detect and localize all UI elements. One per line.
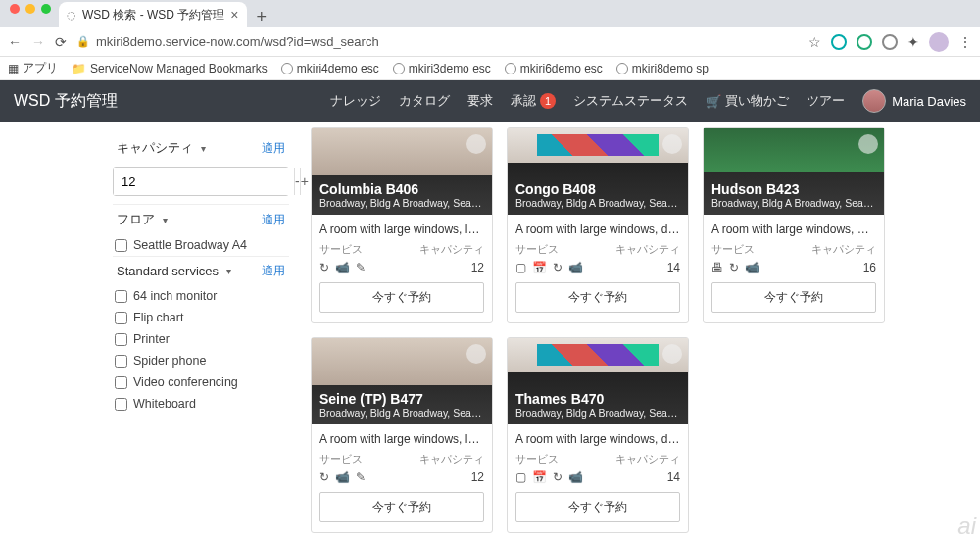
service-option-label: Video conferencing bbox=[133, 375, 238, 389]
service-option[interactable]: 64 inch monitor bbox=[113, 285, 289, 307]
capacity-input[interactable] bbox=[114, 168, 294, 195]
service-label: サービス bbox=[515, 242, 559, 257]
service-icons: ↻📹✎ bbox=[319, 261, 366, 274]
service-checkbox[interactable] bbox=[115, 290, 127, 303]
nav-approval[interactable]: 承認1 bbox=[511, 92, 556, 110]
service-option-label: Printer bbox=[133, 332, 170, 346]
reserve-button[interactable]: 今すぐ予約 bbox=[319, 492, 484, 522]
app-title: WSD 予約管理 bbox=[14, 91, 118, 112]
room-image: Seine (TP) B477 Broadway, Bldg A Broadwa… bbox=[312, 338, 492, 424]
bookmark-label: mkiri8demo sp bbox=[632, 62, 709, 75]
bookmark-item[interactable]: mkiri3demo esc bbox=[393, 62, 491, 75]
service-icon: ↻ bbox=[729, 261, 739, 274]
extension-icon[interactable] bbox=[882, 34, 898, 50]
room-description: A room with large windows, white lea... bbox=[704, 215, 884, 240]
service-checkbox[interactable] bbox=[115, 376, 127, 389]
reload-button[interactable]: ⟳ bbox=[55, 34, 67, 50]
reserve-button[interactable]: 今すぐ予約 bbox=[711, 282, 876, 313]
service-checkbox[interactable] bbox=[115, 312, 127, 324]
floor-option[interactable]: Seattle Broadway A4 bbox=[113, 234, 289, 256]
service-option[interactable]: Whiteboard bbox=[113, 393, 289, 415]
capacity-apply[interactable]: 適用 bbox=[262, 140, 285, 157]
extensions-puzzle-icon[interactable]: ✦ bbox=[907, 34, 919, 50]
apps-button[interactable]: ▦ アプリ bbox=[8, 60, 58, 76]
browser-tab[interactable]: ◌ WSD 検索 - WSD 予約管理 × bbox=[59, 2, 247, 27]
favorite-toggle[interactable] bbox=[466, 134, 486, 154]
user-name: Maria Davies bbox=[892, 94, 966, 109]
bookmark-item[interactable]: mkiri6demo esc bbox=[505, 62, 603, 75]
service-icons: 🖶↻📹 bbox=[711, 261, 760, 274]
floor-checkbox[interactable] bbox=[115, 239, 127, 252]
minimize-dot[interactable] bbox=[25, 4, 35, 14]
favorite-toggle[interactable] bbox=[466, 344, 486, 364]
reserve-button[interactable]: 今すぐ予約 bbox=[319, 282, 484, 313]
room-description: A room with large windows, dark leat... bbox=[508, 215, 688, 240]
bookmark-label: mkiri6demo esc bbox=[520, 62, 603, 75]
nav-tour[interactable]: ツアー bbox=[807, 92, 845, 110]
service-icon: 📹 bbox=[568, 470, 583, 484]
maximize-dot[interactable] bbox=[41, 4, 51, 14]
service-option[interactable]: Flip chart bbox=[113, 307, 289, 328]
service-label: サービス bbox=[319, 242, 363, 257]
services-apply[interactable]: 適用 bbox=[262, 263, 285, 279]
bookmark-item[interactable]: mkiri4demo esc bbox=[281, 62, 379, 75]
extension-icon[interactable] bbox=[857, 34, 872, 50]
nav-request[interactable]: 要求 bbox=[467, 92, 493, 110]
capacity-label: キャパシティ bbox=[615, 242, 680, 257]
service-icon: ✎ bbox=[356, 261, 366, 274]
room-card[interactable]: Thames B470 Broadway, Bldg A Broadway, S… bbox=[507, 337, 689, 533]
profile-avatar[interactable] bbox=[929, 32, 949, 52]
service-checkbox[interactable] bbox=[115, 333, 127, 346]
room-card[interactable]: Hudson B423 Broadway, Bldg A Broadway, S… bbox=[703, 127, 885, 323]
service-icon: ↻ bbox=[319, 261, 329, 274]
capacity-stepper: - + bbox=[113, 167, 289, 196]
floor-filter-toggle[interactable]: フロア bbox=[117, 211, 168, 228]
room-name: Thames B470 bbox=[515, 391, 680, 407]
service-option[interactable]: Spider phone bbox=[113, 350, 289, 371]
nav-cart[interactable]: 🛒買い物かご bbox=[706, 92, 789, 110]
service-checkbox[interactable] bbox=[115, 398, 127, 411]
filter-sidebar: キャパシティ 適用 - + フロア 適用 Seattle Broadway A4… bbox=[113, 122, 289, 544]
room-card[interactable]: Seine (TP) B477 Broadway, Bldg A Broadwa… bbox=[311, 337, 493, 533]
service-icons: ↻📹✎ bbox=[319, 470, 366, 484]
floor-option-label: Seattle Broadway A4 bbox=[133, 238, 247, 252]
new-tab-button[interactable]: + bbox=[247, 7, 277, 27]
nav-knowledge[interactable]: ナレッジ bbox=[330, 92, 381, 110]
extension-icon[interactable] bbox=[831, 34, 847, 50]
address-bar[interactable]: 🔒 mkiri8demo.service-now.com/wsd?id=wsd_… bbox=[76, 34, 799, 49]
room-card[interactable]: Congo B408 Broadway, Bldg A Broadway, Se… bbox=[507, 127, 689, 323]
forward-button[interactable]: → bbox=[31, 34, 45, 50]
browser-menu[interactable]: ⋮ bbox=[958, 34, 972, 50]
nav-catalog[interactable]: カタログ bbox=[399, 92, 450, 110]
bookmark-item[interactable]: 📁 ServiceNow Managed Bookmarks bbox=[72, 62, 268, 75]
close-tab-button[interactable]: × bbox=[230, 7, 238, 23]
service-icon: 📹 bbox=[568, 261, 583, 274]
service-option[interactable]: Video conferencing bbox=[113, 371, 289, 393]
services-filter-toggle[interactable]: Standard services bbox=[117, 264, 231, 278]
reserve-button[interactable]: 今すぐ予約 bbox=[515, 492, 680, 522]
favorite-toggle[interactable] bbox=[858, 134, 878, 154]
service-icon: ✎ bbox=[356, 470, 366, 484]
capacity-filter-toggle[interactable]: キャパシティ bbox=[117, 139, 206, 157]
floor-apply[interactable]: 適用 bbox=[262, 212, 285, 228]
favorite-toggle[interactable] bbox=[662, 344, 682, 364]
bookmark-item[interactable]: mkiri8demo sp bbox=[616, 62, 709, 75]
nav-system-status[interactable]: システムステータス bbox=[573, 92, 688, 110]
tab-favicon: ◌ bbox=[67, 9, 76, 22]
capacity-label: キャパシティ bbox=[419, 452, 484, 467]
close-dot[interactable] bbox=[10, 4, 20, 14]
nav-cart-label: 買い物かご bbox=[725, 92, 789, 110]
service-checkbox[interactable] bbox=[115, 355, 127, 368]
service-option[interactable]: Printer bbox=[113, 328, 289, 350]
bookmark-star[interactable]: ☆ bbox=[808, 34, 821, 50]
reserve-button[interactable]: 今すぐ予約 bbox=[515, 282, 680, 313]
service-icon: 📅 bbox=[532, 470, 547, 484]
back-button[interactable]: ← bbox=[8, 34, 22, 50]
room-card[interactable]: Columbia B406 Broadway, Bldg A Broadway,… bbox=[311, 127, 493, 323]
capacity-value: 12 bbox=[471, 470, 484, 484]
service-icon: 📹 bbox=[335, 261, 350, 274]
user-menu[interactable]: Maria Davies bbox=[862, 89, 966, 113]
favorite-toggle[interactable] bbox=[662, 134, 682, 154]
macos-window-controls bbox=[0, 0, 59, 14]
watermark: ai bbox=[957, 513, 976, 540]
